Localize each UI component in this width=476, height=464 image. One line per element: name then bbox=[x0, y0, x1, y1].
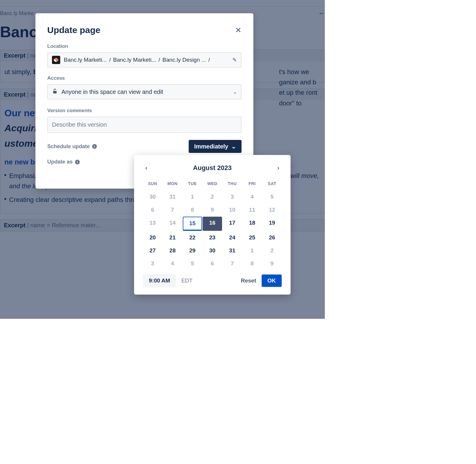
calendar-day[interactable]: 24 bbox=[223, 231, 242, 244]
reset-button[interactable]: Reset bbox=[241, 277, 256, 284]
calendar-day: 14 bbox=[163, 217, 182, 231]
calendar-dow: SUN bbox=[143, 178, 162, 190]
info-icon[interactable]: i bbox=[75, 160, 80, 164]
time-input[interactable]: 9:00 AM bbox=[143, 274, 176, 287]
timezone-label: EDT bbox=[181, 277, 193, 284]
calendar-day: 10 bbox=[223, 204, 242, 216]
calendar-day: 13 bbox=[143, 217, 162, 231]
calendar-day[interactable]: 23 bbox=[203, 231, 222, 244]
calendar-day: 1 bbox=[242, 244, 262, 257]
svg-rect-3 bbox=[53, 91, 57, 93]
calendar-day: 31 bbox=[163, 191, 182, 203]
calendar-day: 9 bbox=[263, 257, 282, 270]
calendar-day: 4 bbox=[163, 257, 182, 270]
calendar-day[interactable]: 15 bbox=[183, 217, 202, 231]
comments-label: Version comments bbox=[47, 108, 242, 114]
calendar-day: 6 bbox=[203, 257, 222, 270]
access-dropdown[interactable]: Anyone in this space can view and edit ⌄ bbox=[47, 84, 242, 99]
location-breadcrumb: Banc.ly Marketi.../ Banc.ly Marketi.../ … bbox=[64, 57, 229, 63]
calendar-day[interactable]: 31 bbox=[223, 244, 242, 257]
calendar-day[interactable]: 22 bbox=[183, 231, 202, 244]
calendar-day: 8 bbox=[183, 204, 202, 216]
chevron-down-icon: ⌄ bbox=[233, 89, 237, 95]
calendar-day: 9 bbox=[203, 204, 222, 216]
calendar-day[interactable]: 30 bbox=[203, 244, 222, 257]
dialog-title: Update page bbox=[47, 25, 100, 35]
calendar-dow: WED bbox=[203, 178, 222, 190]
calendar-day: 11 bbox=[242, 204, 262, 216]
calendar-day[interactable]: 20 bbox=[143, 231, 162, 244]
calendar-day: 8 bbox=[242, 257, 262, 270]
date-picker: ‹ August 2023 › SUNMONTUEWEDTHUFRISAT303… bbox=[134, 155, 291, 295]
calendar-day: 2 bbox=[203, 191, 222, 203]
calendar-dow: TUE bbox=[183, 178, 202, 190]
calendar-day: 3 bbox=[223, 191, 242, 203]
calendar-day: 3 bbox=[143, 257, 162, 270]
calendar-day[interactable]: 25 bbox=[242, 231, 262, 244]
calendar-day: 2 bbox=[263, 244, 282, 257]
calendar-day[interactable]: 26 bbox=[263, 231, 282, 244]
schedule-dropdown[interactable]: Immediately ⌄ bbox=[189, 140, 242, 153]
calendar-day[interactable]: 29 bbox=[183, 244, 202, 257]
calendar-day[interactable]: 27 bbox=[143, 244, 162, 257]
prev-month-button[interactable]: ‹ bbox=[143, 163, 150, 172]
location-label: Location bbox=[47, 43, 242, 49]
calendar-dow: MON bbox=[163, 178, 182, 190]
calendar-day: 7 bbox=[223, 257, 242, 270]
unlock-icon bbox=[52, 88, 58, 95]
schedule-label: Schedule update bbox=[47, 143, 90, 150]
calendar-day: 5 bbox=[183, 257, 202, 270]
calendar-day[interactable]: 21 bbox=[163, 231, 182, 244]
calendar-day: 5 bbox=[263, 191, 282, 203]
close-icon[interactable]: ✕ bbox=[235, 26, 242, 35]
calendar-day[interactable]: 18 bbox=[242, 217, 262, 231]
space-icon bbox=[52, 56, 60, 64]
ok-button[interactable]: OK bbox=[262, 275, 282, 287]
chevron-down-icon: ⌄ bbox=[231, 143, 236, 150]
calendar-day: 1 bbox=[183, 191, 202, 203]
calendar-day: 12 bbox=[263, 204, 282, 216]
info-icon[interactable]: i bbox=[92, 144, 97, 149]
calendar-dow: FRI bbox=[242, 178, 262, 190]
calendar-day: 30 bbox=[143, 191, 162, 203]
calendar-day[interactable]: 17 bbox=[223, 217, 242, 231]
update-as-label: Update as bbox=[47, 159, 73, 165]
calendar-day[interactable]: 16 bbox=[203, 217, 222, 231]
calendar-day: 4 bbox=[242, 191, 262, 203]
calendar-day: 6 bbox=[143, 204, 162, 216]
calendar-day[interactable]: 19 bbox=[263, 217, 282, 231]
version-comments-input[interactable] bbox=[47, 117, 242, 133]
next-month-button[interactable]: › bbox=[275, 163, 282, 172]
calendar-day: 7 bbox=[163, 204, 182, 216]
edit-location-icon[interactable]: ✎ bbox=[232, 57, 237, 63]
calendar-dow: THU bbox=[223, 178, 242, 190]
calendar-day[interactable]: 28 bbox=[163, 244, 182, 257]
calendar-dow: SAT bbox=[263, 178, 282, 190]
calendar-month-label: August 2023 bbox=[193, 164, 232, 172]
location-field[interactable]: Banc.ly Marketi.../ Banc.ly Marketi.../ … bbox=[47, 52, 242, 68]
access-label: Access bbox=[47, 75, 242, 81]
